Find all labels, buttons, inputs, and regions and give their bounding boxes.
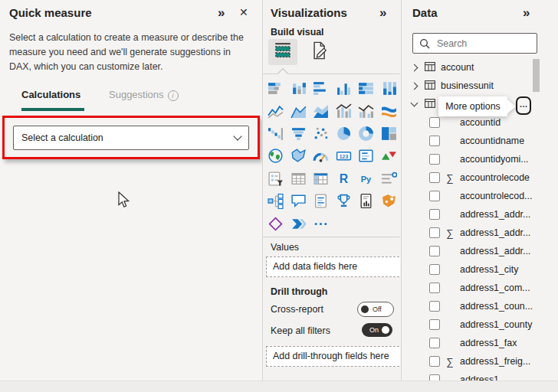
map-icon[interactable] xyxy=(264,145,287,167)
field-checkbox[interactable] xyxy=(429,136,440,146)
100-stacked-column-chart-icon[interactable] xyxy=(378,77,401,100)
card-icon[interactable]: 123 xyxy=(333,145,356,167)
stacked-area-chart-icon[interactable] xyxy=(310,100,333,122)
get-more-visuals-icon[interactable] xyxy=(310,212,333,234)
table-row-account[interactable]: account xyxy=(402,58,558,77)
svg-text:123: 123 xyxy=(340,154,349,159)
python-visual-icon[interactable]: Py xyxy=(355,168,378,190)
metrics-icon[interactable] xyxy=(333,190,356,212)
clustered-bar-chart-icon[interactable] xyxy=(310,77,333,100)
values-field-well[interactable]: Add data fields here xyxy=(266,256,400,277)
active-tab-underline xyxy=(21,108,84,111)
field-checkbox[interactable] xyxy=(429,283,440,293)
field-checkbox[interactable] xyxy=(429,191,440,201)
field-row-accountrolecode[interactable]: ∑accountrolecode xyxy=(402,168,558,187)
close-icon[interactable]: ✕ xyxy=(239,7,248,18)
values-label: Values xyxy=(271,242,299,253)
mouse-cursor xyxy=(117,191,130,212)
field-row-accountidyomi[interactable]: accountidyomi... xyxy=(402,150,558,168)
field-label: accountrolecode xyxy=(460,172,530,183)
kpi-icon[interactable] xyxy=(378,145,401,167)
divider xyxy=(263,237,400,237)
field-row-address1_addr[interactable]: address1_addr... xyxy=(402,205,558,224)
field-checkbox[interactable] xyxy=(429,338,440,348)
line-chart-icon[interactable] xyxy=(264,100,287,122)
field-row-address1_com[interactable]: address1_com... xyxy=(402,279,558,297)
field-checkbox[interactable] xyxy=(429,209,440,220)
ribbon-chart-icon[interactable] xyxy=(378,100,401,122)
cross-report-toggle[interactable]: Off xyxy=(357,302,394,317)
collapse-pane-icon[interactable]: » xyxy=(218,6,225,19)
matrix-icon[interactable] xyxy=(310,168,333,190)
field-row-address1_city[interactable]: address1_city xyxy=(402,260,558,279)
key-influencers-icon[interactable] xyxy=(378,168,401,190)
field-checkbox[interactable] xyxy=(429,154,440,165)
stacked-bar-chart-icon[interactable] xyxy=(264,77,287,100)
line-and-clustered-column-chart-icon[interactable] xyxy=(355,100,378,122)
pie-chart-icon[interactable] xyxy=(333,122,356,145)
search-box[interactable] xyxy=(412,33,537,54)
field-label: address1_addr... xyxy=(460,209,530,220)
power-apps-icon[interactable] xyxy=(264,212,287,234)
chevron-right-icon[interactable] xyxy=(411,82,419,90)
field-checkbox[interactable] xyxy=(429,319,440,330)
paginated-report-icon[interactable] xyxy=(355,190,378,212)
more-options-button[interactable]: … xyxy=(516,96,531,115)
decomposition-tree-icon[interactable] xyxy=(264,190,287,212)
treemap-icon[interactable] xyxy=(378,122,401,145)
funnel-chart-icon[interactable] xyxy=(287,122,310,145)
scatter-chart-icon[interactable] xyxy=(310,122,333,145)
field-checkbox[interactable] xyxy=(429,246,440,256)
field-row-accountrolecod[interactable]: accountrolecod... xyxy=(402,187,558,205)
field-row-address1_coun[interactable]: address1_coun... xyxy=(402,297,558,315)
arcgis-map-icon[interactable] xyxy=(378,190,401,212)
line-and-stacked-column-chart-icon[interactable] xyxy=(333,100,356,122)
clustered-column-chart-icon[interactable] xyxy=(333,77,356,100)
table-icon xyxy=(425,80,435,92)
field-checkbox[interactable] xyxy=(429,301,440,312)
area-chart-icon[interactable] xyxy=(287,100,310,122)
keep-all-filters-toggle[interactable]: On xyxy=(362,323,392,337)
field-label: address1_county xyxy=(460,319,532,330)
chevron-down-icon[interactable] xyxy=(411,99,419,106)
field-row-address1_county[interactable]: address1_county xyxy=(402,315,558,334)
drill-through-label: Drill through xyxy=(271,286,327,297)
donut-chart-icon[interactable] xyxy=(355,122,378,145)
field-checkbox[interactable] xyxy=(429,172,440,183)
table-row-businessunit[interactable]: businessunit xyxy=(402,77,558,95)
field-label: address1_coun... xyxy=(460,301,533,312)
slicer-icon[interactable] xyxy=(264,168,287,190)
field-checkbox[interactable] xyxy=(429,117,440,128)
search-input[interactable] xyxy=(435,38,530,50)
table-icon[interactable] xyxy=(287,168,310,190)
stacked-column-chart-icon[interactable] xyxy=(287,77,310,100)
field-row-address1_freig[interactable]: ∑address1_freig... xyxy=(402,352,558,371)
chevron-right-icon[interactable] xyxy=(411,64,419,71)
build-visual-tab[interactable] xyxy=(268,39,297,65)
field-row-address1_fax[interactable]: address1_fax xyxy=(402,334,558,352)
collapse-pane-icon[interactable]: » xyxy=(379,6,386,19)
multi-row-card-icon[interactable] xyxy=(355,145,378,167)
filled-map-icon[interactable] xyxy=(287,145,310,167)
tab-calculations[interactable]: Calculations xyxy=(21,89,80,100)
q-and-a-icon[interactable] xyxy=(287,190,310,212)
field-checkbox[interactable] xyxy=(429,264,440,275)
toggle-knob xyxy=(361,305,369,313)
field-checkbox[interactable] xyxy=(429,356,440,367)
field-row-address1_addr[interactable]: address1_addr... xyxy=(402,242,558,260)
collapse-pane-icon[interactable]: » xyxy=(523,6,530,19)
field-row-address1_addr[interactable]: ∑address1_addr... xyxy=(402,224,558,242)
smart-narrative-icon[interactable] xyxy=(310,190,333,212)
r-script-visual-icon[interactable]: R xyxy=(333,168,356,190)
gauge-icon[interactable] xyxy=(310,145,333,167)
field-row-accountidname[interactable]: accountidname xyxy=(402,132,558,150)
power-automate-icon[interactable] xyxy=(287,212,310,234)
field-checkbox[interactable] xyxy=(429,227,440,238)
100-stacked-bar-chart-icon[interactable] xyxy=(355,77,378,100)
toggle-knob xyxy=(382,326,389,334)
drill-through-field-well[interactable]: Add drill-through fields here xyxy=(266,346,400,367)
tab-suggestions[interactable]: Suggestionsi xyxy=(109,89,179,101)
waterfall-chart-icon[interactable] xyxy=(264,122,287,145)
format-visual-tab[interactable] xyxy=(307,41,330,64)
calculation-dropdown[interactable]: Select a calculation xyxy=(13,126,249,150)
